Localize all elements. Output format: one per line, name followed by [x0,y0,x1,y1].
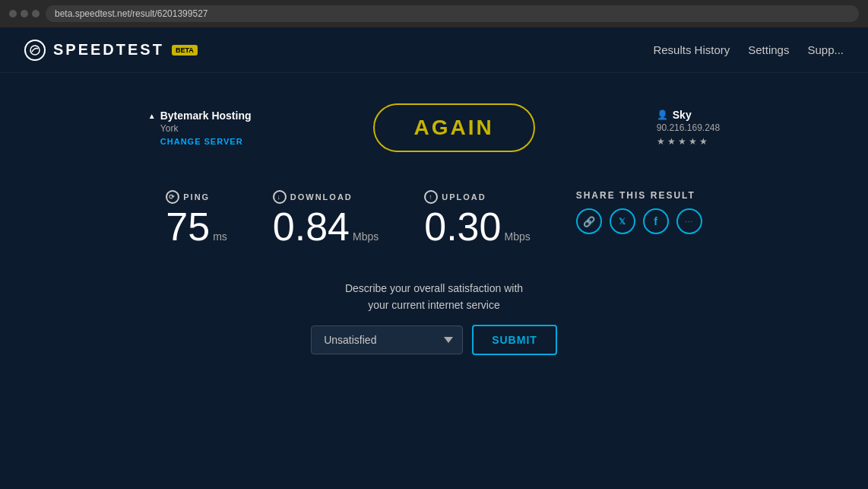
ping-value: 75 [166,207,210,246]
share-twitter-icon[interactable]: 𝕏 [610,208,635,234]
star-3: ★ [678,136,686,147]
server-name: Bytemark Hosting [148,110,252,122]
isp-ip: 90.216.169.248 [657,122,720,133]
results-history-link[interactable]: Results History [653,43,730,56]
address-bar[interactable]: beta.speedtest.net/result/6201399527 [46,5,859,22]
star-1: ★ [657,136,665,147]
share-title: SHARE THIS RESULT [576,190,702,201]
settings-link[interactable]: Settings [748,43,789,56]
satisfaction-text: Describe your overall satisfaction with … [311,280,557,314]
change-server-link[interactable]: CHANGE SERVER [160,137,252,146]
isp-stars: ★ ★ ★ ★ ★ [657,136,720,147]
beta-badge: BETA [172,45,198,56]
server-isp-row: Bytemark Hosting York CHANGE SERVER AGAI… [0,103,868,152]
ping-unit: ms [213,230,227,243]
upload-stat: ↑ UPLOAD 0.30 Mbps [424,190,530,246]
browser-bar: beta.speedtest.net/result/6201399527 [0,0,868,27]
ping-label: ⟳ PING [166,190,227,204]
url-text: beta.speedtest.net/result/6201399527 [55,8,208,19]
again-button[interactable]: AGAIN [373,103,535,152]
submit-button[interactable]: SUBMIT [472,325,557,355]
logo-text: SPEEDTEST [53,41,164,59]
server-location: York [160,123,252,134]
download-icon: ↓ [273,190,287,204]
dot-3 [32,10,40,17]
speedtest-logo-icon [24,40,46,61]
star-5: ★ [699,136,708,147]
main-content: Bytemark Hosting York CHANGE SERVER AGAI… [0,73,868,355]
isp-info: 👤 Sky 90.216.169.248 ★ ★ ★ ★ ★ [657,109,720,147]
upload-value: 0.30 [424,207,501,246]
navbar: SPEEDTEST BETA Results History Settings … [0,27,868,73]
star-2: ★ [667,136,676,147]
download-label: ↓ DOWNLOAD [273,190,379,204]
upload-icon: ↑ [424,190,438,204]
satisfaction-controls: Very Satisfied Satisfied Neutral Unsatis… [311,325,557,355]
logo-area: SPEEDTEST BETA [24,40,198,61]
upload-unit: Mbps [504,230,530,243]
upload-label: ↑ UPLOAD [424,190,530,204]
stats-row: ⟳ PING 75 ms ↓ DOWNLOAD 0.84 Mbps ↑ UPLO [105,190,762,246]
server-info: Bytemark Hosting York CHANGE SERVER [148,110,252,146]
share-link-icon[interactable]: 🔗 [576,208,602,234]
support-link[interactable]: Supp... [807,43,844,56]
share-icons: 🔗 𝕏 f ··· [576,208,702,234]
satisfaction-section: Describe your overall satisfaction with … [311,280,557,355]
share-facebook-icon[interactable]: f [643,208,669,234]
ping-icon: ⟳ [166,190,179,204]
nav-links: Results History Settings Supp... [653,43,844,56]
satisfaction-select[interactable]: Very Satisfied Satisfied Neutral Unsatis… [311,325,463,354]
user-icon: 👤 [657,110,668,120]
svg-point-0 [30,46,40,55]
browser-dots [9,10,40,17]
download-unit: Mbps [353,230,379,243]
ping-stat: ⟳ PING 75 ms [166,190,227,246]
dot-2 [21,10,28,17]
isp-name: 👤 Sky [657,109,720,121]
dot-1 [9,10,17,17]
share-more-icon[interactable]: ··· [676,208,702,234]
download-value: 0.84 [273,207,350,246]
share-section: SHARE THIS RESULT 🔗 𝕏 f ··· [576,190,702,234]
star-4: ★ [689,136,697,147]
download-stat: ↓ DOWNLOAD 0.84 Mbps [273,190,379,246]
